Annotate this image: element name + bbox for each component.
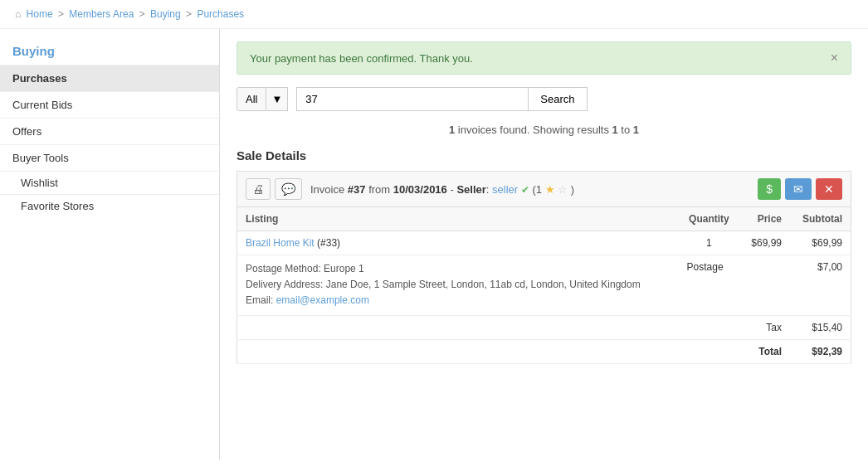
breadcrumb: ⌂ Home > Members Area > Buying > Purchas… [0,0,868,29]
invoice-actions-left: 🖨 💬 [246,178,302,200]
breadcrumb-buying[interactable]: Buying [150,8,181,20]
message-icon: 💬 [281,182,295,196]
rating-count: (1 [532,183,542,196]
print-icon: 🖨 [252,182,264,196]
delivery-address-value: Jane Doe, 1 Sample Street, London, 11ab … [326,279,641,290]
verified-icon: ✔ [521,184,529,196]
payment-button[interactable]: $ [758,178,781,200]
results-to-label: to [621,124,632,136]
results-text: invoices found. Showing results [458,124,612,136]
results-from: 1 [612,124,618,136]
postage-method-value: Europe 1 [324,263,364,274]
sidebar-subitem-favorite-stores[interactable]: Favorite Stores [0,194,219,217]
invoice-seller-link[interactable]: seller [492,183,518,196]
sidebar-item-offers[interactable]: Offers [0,118,219,144]
breadcrumb-sep1: > [58,8,66,20]
address-info: Postage Method: Europe 1 Delivery Addres… [246,261,671,309]
main-content: Your payment has been confirmed. Thank y… [220,29,868,460]
sidebar-item-purchases[interactable]: Purchases [0,65,219,91]
col-header-listing: Listing [237,207,679,231]
sidebar: Buying Purchases Current Bids Offers Buy… [0,29,220,460]
chevron-down-icon: ▼ [271,93,282,105]
item-quantity: 1 [679,231,740,255]
postage-details: Postage Method: Europe 1 Delivery Addres… [237,255,679,316]
sidebar-item-buyer-tools[interactable]: Buyer Tools [0,144,219,171]
delivery-address-label: Delivery Address: [246,279,323,290]
star-filled-icon: ★ [545,183,555,196]
invoice-label: Invoice [310,183,348,196]
invoice-actions-right: $ ✉ ✕ [758,178,842,200]
alert-success: Your payment has been confirmed. Thank y… [237,41,851,75]
invoice-date: 10/03/2016 [393,183,447,196]
item-listing: Brazil Home Kit (#33) [237,231,679,255]
sale-details-title: Sale Details [237,148,851,163]
alert-message: Your payment has been confirmed. Thank y… [250,52,473,65]
results-to: 1 [633,124,639,136]
envelope-button[interactable]: ✉ [785,178,812,200]
breadcrumb-home[interactable]: Home [27,8,53,20]
filter-button[interactable]: All [237,87,266,111]
invoice-number: #37 [348,183,366,196]
rating-close: ) [571,183,574,196]
item-link[interactable]: Brazil Home Kit [246,237,315,249]
filter-label: All [246,93,257,105]
postage-price: $7,00 [739,255,851,316]
breadcrumb-members-area[interactable]: Members Area [69,8,134,20]
item-subtotal: $69,99 [790,231,851,255]
total-row: Total $92,39 [237,339,851,363]
search-bar: All ▼ Search [237,87,851,111]
filter-dropdown-arrow[interactable]: ▼ [266,87,288,111]
invoice-from-label: from [368,183,393,196]
alert-close-button[interactable]: × [831,51,838,66]
invoice-text: Invoice #37 from 10/03/2016 - Seller: se… [310,183,758,196]
col-header-quantity: Quantity [679,207,740,231]
tax-empty [237,315,740,339]
message-button[interactable]: 💬 [275,178,302,200]
tax-row: Tax $15,40 [237,315,851,339]
col-header-price: Price [739,207,790,231]
search-input[interactable] [296,87,529,111]
item-id: (#33) [317,237,340,249]
col-header-subtotal: Subtotal [790,207,851,231]
email-link[interactable]: email@example.com [276,294,369,306]
invoice-seller-label: - Seller: [450,183,492,196]
postage-label-cell: Postage [679,255,740,316]
sidebar-subitem-wishlist[interactable]: Wishlist [0,171,219,194]
total-label: Total [739,339,790,363]
remove-button[interactable]: ✕ [816,178,842,200]
total-empty [237,339,740,363]
home-icon: ⌂ [15,8,21,20]
item-price: $69,99 [739,231,790,255]
search-button[interactable]: Search [529,87,587,111]
total-value: $92,39 [790,339,851,363]
breadcrumb-purchases[interactable]: Purchases [197,8,244,20]
items-table: Listing Quantity Price Subtotal Brazil H… [237,207,851,364]
postage-method-label: Postage Method: [246,263,321,274]
breadcrumb-sep3: > [186,8,194,20]
breadcrumb-sep2: > [139,8,148,20]
star-empty-icon: ☆ [558,183,568,196]
print-button[interactable]: 🖨 [246,178,271,200]
invoice-header: 🖨 💬 Invoice #37 from 10/03/2016 - Seller… [237,171,851,207]
sidebar-heading: Buying [0,37,219,65]
email-label: Email: [246,294,273,306]
table-header-row: Listing Quantity Price Subtotal [237,207,851,231]
envelope-icon: ✉ [793,182,803,196]
dollar-icon: $ [766,182,773,196]
tax-label: Tax [739,315,790,339]
postage-row: Postage Method: Europe 1 Delivery Addres… [237,255,851,316]
tax-value: $15,40 [790,315,851,339]
results-info: 1 invoices found. Showing results 1 to 1 [237,124,851,136]
sidebar-item-current-bids[interactable]: Current Bids [0,91,219,118]
close-icon: ✕ [824,182,834,196]
results-count: 1 [449,124,455,136]
table-row: Brazil Home Kit (#33) 1 $69,99 $69,99 [237,231,851,255]
